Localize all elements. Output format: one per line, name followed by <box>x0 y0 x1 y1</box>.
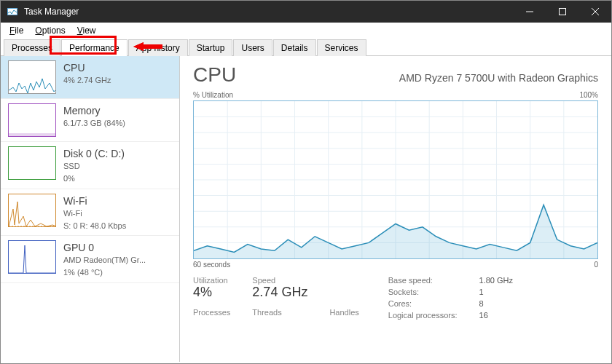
window-title: Task Manager <box>24 7 513 17</box>
tab-performance[interactable]: Performance <box>61 39 128 56</box>
chart-x-left: 60 seconds <box>193 261 230 269</box>
svg-rect-3 <box>559 9 565 15</box>
menu-options[interactable]: Options <box>31 24 69 37</box>
sidebar-item-label: Disk 0 (C: D:) <box>63 148 125 159</box>
tabstrip: Processes Performance App history Startu… <box>1 39 611 56</box>
maximize-button[interactable] <box>546 1 578 23</box>
threads-label: Threads <box>252 308 307 320</box>
base-speed-value: 1.80 GHz <box>479 276 513 285</box>
sidebar-item-sub2: 0% <box>63 173 125 184</box>
chart-y-max: 100% <box>579 91 598 99</box>
minimize-button[interactable] <box>513 1 546 23</box>
menu-view[interactable]: View <box>73 24 101 37</box>
sidebar-item-gpu[interactable]: GPU 0 AMD Radeon(TM) Gr... 1% (48 °C) <box>1 236 179 283</box>
sidebar-item-label: Memory <box>63 105 125 116</box>
menubar: File Options View <box>1 23 611 39</box>
sidebar-item-sub: AMD Radeon(TM) Gr... <box>63 255 146 266</box>
memory-thumb-icon <box>8 103 56 137</box>
svg-rect-7 <box>9 133 56 137</box>
util-label: Utilization <box>193 276 230 285</box>
sidebar-item-memory[interactable]: Memory 6.1/7.3 GB (84%) <box>1 99 179 142</box>
tab-startup[interactable]: Startup <box>189 39 233 56</box>
wifi-thumb-icon <box>8 194 56 227</box>
titlebar: Task Manager <box>1 1 611 23</box>
sidebar-item-label: Wi-Fi <box>63 195 126 207</box>
speed-label: Speed <box>252 276 307 285</box>
gpu-thumb-icon <box>8 240 56 274</box>
sockets-value: 1 <box>479 288 513 296</box>
tab-users[interactable]: Users <box>233 39 272 56</box>
chart-y-label: % Utilization <box>193 91 233 99</box>
annotation-arrow-icon <box>133 41 162 55</box>
sidebar-item-sub: 4% 2.74 GHz <box>63 75 111 86</box>
disk-thumb-icon <box>8 146 56 180</box>
handles-label: Handles <box>329 308 358 320</box>
close-button[interactable] <box>578 1 611 23</box>
sidebar-item-sub: Wi-Fi <box>63 208 126 219</box>
menu-file[interactable]: File <box>5 24 28 37</box>
sidebar-item-label: CPU <box>63 62 111 74</box>
sidebar-item-sub2: S: 0 R: 48.0 Kbps <box>63 221 126 232</box>
sidebar-item-sub: 6.1/7.3 GB (84%) <box>63 118 125 129</box>
sidebar-item-wifi[interactable]: Wi-Fi Wi-Fi S: 0 R: 48.0 Kbps <box>1 189 179 237</box>
chart-x-right: 0 <box>594 261 598 269</box>
sidebar: CPU 4% 2.74 GHz Memory 6.1/7.3 GB (84%) … <box>1 56 180 362</box>
cpu-thumb-icon <box>8 60 56 94</box>
cores-label: Cores: <box>388 299 458 308</box>
app-icon <box>7 6 18 17</box>
cores-value: 8 <box>479 299 513 308</box>
main-panel: CPU AMD Ryzen 7 5700U with Radeon Graphi… <box>180 56 611 362</box>
cpu-model-label: AMD Ryzen 7 5700U with Radeon Graphics <box>399 72 598 84</box>
sockets-label: Sockets: <box>388 288 458 296</box>
logical-value: 16 <box>479 311 513 320</box>
page-title: CPU <box>193 63 236 87</box>
processes-label: Processes <box>193 308 230 320</box>
logical-label: Logical processors: <box>388 311 458 320</box>
util-value: 4% <box>193 285 230 300</box>
cpu-chart <box>193 100 598 259</box>
sidebar-item-cpu[interactable]: CPU 4% 2.74 GHz <box>1 56 179 99</box>
tab-details[interactable]: Details <box>273 39 316 56</box>
tab-processes[interactable]: Processes <box>4 39 60 56</box>
svg-marker-6 <box>133 42 162 51</box>
sidebar-item-sub2: 1% (48 °C) <box>63 267 146 278</box>
base-speed-label: Base speed: <box>388 276 458 285</box>
sidebar-item-label: GPU 0 <box>63 242 146 253</box>
speed-value: 2.74 GHz <box>252 285 307 300</box>
sidebar-item-disk[interactable]: Disk 0 (C: D:) SSD 0% <box>1 142 179 189</box>
sidebar-item-sub: SSD <box>63 161 125 172</box>
tab-services[interactable]: Services <box>317 39 366 56</box>
